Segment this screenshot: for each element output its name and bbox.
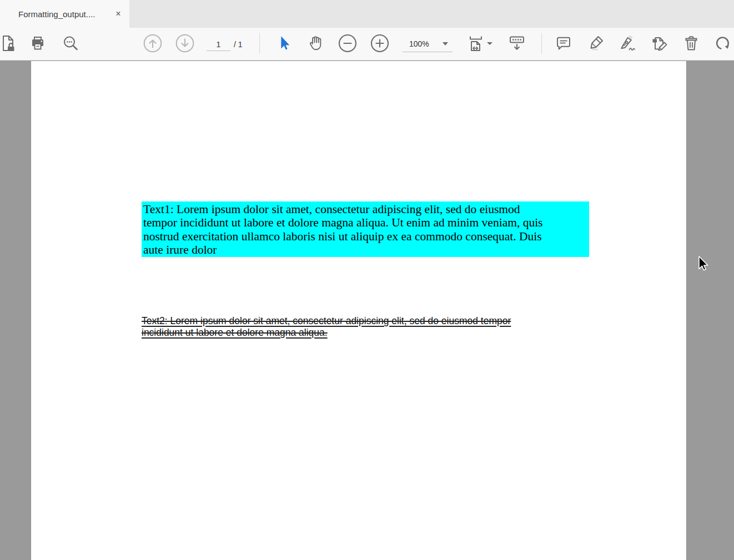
highlighter-icon <box>587 34 605 52</box>
tab-close-button[interactable]: × <box>112 7 125 21</box>
text-line: Text2: Lorem ipsum dolor sit amet, conse… <box>142 315 511 327</box>
select-tool-button[interactable] <box>273 32 295 54</box>
pdf-page[interactable]: Text1: Lorem ipsum dolor sit amet, conse… <box>31 61 687 560</box>
fill-sign-pen-icon <box>619 34 637 52</box>
text-line: Text1: Lorem ipsum dolor sit amet, conse… <box>143 203 589 216</box>
document-canvas[interactable]: Text1: Lorem ipsum dolor sit amet, conse… <box>0 61 734 560</box>
rotate-clockwise-icon <box>714 34 732 52</box>
delete-pages-button[interactable] <box>680 32 702 54</box>
hide-toolbar-button[interactable] <box>506 32 528 54</box>
arrow-up-circle-icon <box>143 33 163 53</box>
highlighted-text-annotation[interactable]: Text1: Lorem ipsum dolor sit amet, conse… <box>142 201 589 257</box>
zoom-in-button[interactable] <box>369 32 391 54</box>
text-line: tempor incididunt ut labore et dolore ma… <box>143 216 589 229</box>
zoom-out-button[interactable] <box>336 32 359 54</box>
minus-circle-icon <box>338 33 358 53</box>
arrow-down-circle-icon <box>175 33 195 53</box>
previous-page-button[interactable] <box>142 32 164 54</box>
strikethrough-underline-text-annotation[interactable]: Text2: Lorem ipsum dolor sit amet, conse… <box>142 315 511 339</box>
chevron-down-icon <box>487 42 492 45</box>
highlight-button[interactable] <box>585 32 607 54</box>
text-line: aute irure dolor <box>143 243 589 256</box>
plus-circle-icon <box>370 33 390 53</box>
print-button[interactable] <box>27 32 49 54</box>
edit-pdf-button[interactable] <box>648 32 671 54</box>
search-icon <box>62 34 80 53</box>
zoom-level-dropdown[interactable]: 100% <box>403 36 453 52</box>
zoom-level-value: 100% <box>409 39 429 48</box>
chevron-down-icon <box>443 42 448 46</box>
main-toolbar: / 1 100% <box>0 28 734 60</box>
document-protect-button[interactable] <box>0 32 19 54</box>
document-lock-icon <box>0 34 17 52</box>
document-tab[interactable]: Formatting_output.... × <box>0 0 129 28</box>
text-line: incididunt ut labore et dolore magna ali… <box>142 327 511 339</box>
fit-width-dropdown[interactable] <box>466 32 495 54</box>
fill-and-sign-button[interactable] <box>617 32 639 54</box>
trash-icon <box>682 34 700 52</box>
print-icon <box>29 34 47 52</box>
select-arrow-icon <box>276 35 293 52</box>
pdf-viewer-window: Formatting_output.... × <box>0 0 734 560</box>
tab-title: Formatting_output.... <box>18 9 95 19</box>
toolbar-separator <box>259 33 260 54</box>
comment-icon <box>555 34 572 52</box>
tab-bar: Formatting_output.... × <box>0 0 734 28</box>
toolbar-separator <box>541 33 542 54</box>
rotate-pages-button[interactable] <box>712 32 734 54</box>
comment-button[interactable] <box>552 32 575 54</box>
hand-icon <box>307 34 325 52</box>
next-page-button[interactable] <box>174 32 196 54</box>
text-line: nostrud exercitation ullamco laboris nis… <box>143 230 589 243</box>
edit-page-icon <box>650 34 669 52</box>
fit-width-icon <box>466 34 485 53</box>
close-icon: × <box>115 9 120 19</box>
find-button[interactable] <box>59 32 82 54</box>
page-count-label: / 1 <box>234 40 243 49</box>
hand-tool-button[interactable] <box>305 32 327 54</box>
page-number-input[interactable] <box>207 38 230 51</box>
hide-toolbar-icon <box>507 34 526 52</box>
